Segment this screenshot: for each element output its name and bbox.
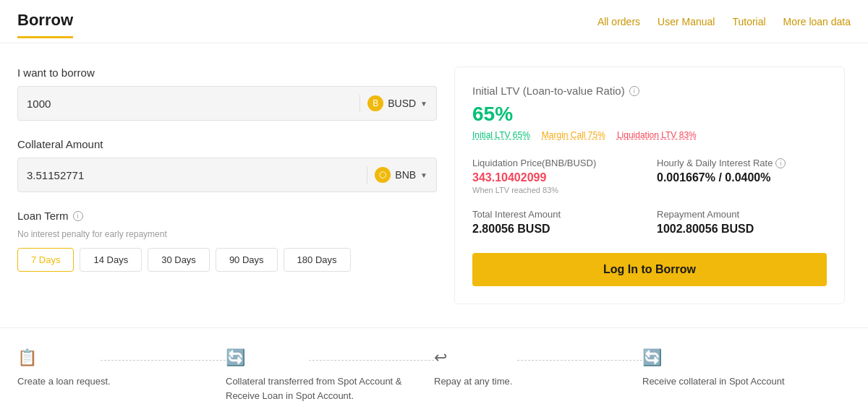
- step-1: 📋 Create a loan request.: [17, 348, 226, 403]
- step-2: 🔄 Collateral transferred from Spot Accou…: [226, 348, 434, 403]
- repayment-value: 1002.80056 BUSD: [657, 223, 827, 236]
- divider: [359, 95, 360, 112]
- loan-term-label-row: Loan Term i: [17, 210, 437, 222]
- bnb-icon: ⬡: [375, 167, 391, 183]
- borrow-amount-input[interactable]: [27, 98, 352, 110]
- interest-rate-value: 0.001667% / 0.0400%: [657, 171, 827, 184]
- day-btn-14[interactable]: 14 Days: [80, 248, 142, 272]
- collateral-amount-input[interactable]: [27, 169, 359, 181]
- repayment-item: Repayment Amount 1002.80056 BUSD: [657, 209, 827, 236]
- step-1-icon: 📋: [17, 348, 37, 367]
- loan-term-section: Loan Term i No interest penalty for earl…: [17, 210, 437, 272]
- borrow-label: I want to borrow: [17, 66, 437, 79]
- collateral-currency-chevron: ▼: [420, 171, 427, 179]
- liquidation-price-sub: When LTV reached 83%: [472, 186, 642, 194]
- ltv-liquidation: Liquidation LTV 83%: [617, 130, 697, 140]
- step-3: ↩ Repay at any time.: [434, 348, 642, 403]
- info-grid: Liquidation Price(BNB/BUSD) 343.10402099…: [472, 158, 827, 236]
- ltv-info-icon[interactable]: i: [629, 86, 639, 96]
- nav-user-manual[interactable]: User Manual: [658, 16, 715, 27]
- step-4-icon: 🔄: [642, 348, 662, 367]
- day-buttons: 7 Days 14 Days 30 Days 90 Days 180 Days: [17, 248, 437, 272]
- ltv-margin: Margin Call 75%: [542, 130, 605, 140]
- borrow-currency-chevron: ▼: [420, 100, 427, 108]
- collateral-currency-label: BNB: [395, 169, 416, 181]
- page-title: Borrow: [17, 11, 73, 33]
- borrow-amount-row: B BUSD ▼: [17, 86, 437, 121]
- borrow-currency-selector[interactable]: B BUSD ▼: [367, 95, 427, 111]
- ltv-title-row: Initial LTV (Loan-to-value Ratio) i: [472, 85, 827, 97]
- divider2: [367, 166, 367, 184]
- nav-more-loan-data[interactable]: More loan data: [783, 16, 851, 27]
- total-interest-label: Total Interest Amount: [472, 209, 642, 220]
- ltv-initial: Initial LTV 65%: [472, 130, 530, 140]
- total-interest-value: 2.80056 BUSD: [472, 223, 642, 236]
- step-4: 🔄 Receive collateral in Spot Account: [642, 348, 851, 403]
- nav-links: All orders User Manual Tutorial More loa…: [597, 16, 851, 27]
- nav-all-orders[interactable]: All orders: [597, 16, 640, 27]
- ltv-levels: Initial LTV 65% Margin Call 75% Liquidat…: [472, 130, 827, 140]
- day-btn-90[interactable]: 90 Days: [216, 248, 278, 272]
- borrow-currency-label: BUSD: [388, 98, 416, 109]
- liquidation-price-value: 343.10402099: [472, 171, 642, 184]
- ltv-title-text: Initial LTV (Loan-to-value Ratio): [472, 85, 625, 97]
- step-2-icon: 🔄: [226, 348, 245, 367]
- collateral-amount-row: ⬡ BNB ▼: [17, 158, 437, 192]
- liquidation-price-item: Liquidation Price(BNB/BUSD) 343.10402099…: [472, 158, 642, 194]
- steps-bar: 📋 Create a loan request. 🔄 Collateral tr…: [0, 327, 868, 404]
- interest-rate-info-icon[interactable]: i: [775, 158, 786, 168]
- total-interest-item: Total Interest Amount 2.80056 BUSD: [472, 209, 642, 236]
- right-panel: Initial LTV (Loan-to-value Ratio) i 65% …: [454, 66, 845, 304]
- nav-tutorial[interactable]: Tutorial: [732, 16, 765, 27]
- step-1-text: Create a loan request.: [17, 374, 111, 389]
- top-bar: Borrow All orders User Manual Tutorial M…: [0, 0, 868, 43]
- repayment-label: Repayment Amount: [657, 209, 827, 220]
- day-btn-30[interactable]: 30 Days: [148, 248, 210, 272]
- busd-icon: B: [367, 95, 383, 111]
- day-btn-7[interactable]: 7 Days: [17, 248, 74, 272]
- interest-rate-item: Hourly & Daily Interest Rate i 0.001667%…: [657, 158, 827, 194]
- ltv-percent: 65%: [472, 103, 827, 126]
- step-4-text: Receive collateral in Spot Account: [642, 374, 785, 389]
- interest-rate-label: Hourly & Daily Interest Rate i: [657, 158, 827, 168]
- log-in-to-borrow-button[interactable]: Log In to Borrow: [472, 253, 827, 286]
- day-btn-180[interactable]: 180 Days: [284, 248, 351, 272]
- collateral-label: Collateral Amount: [17, 138, 437, 150]
- main-content: I want to borrow B BUSD ▼ Collateral Amo…: [0, 43, 868, 327]
- no-penalty-text: No interest penalty for early repayment: [17, 229, 437, 239]
- loan-term-info-icon[interactable]: i: [73, 211, 83, 221]
- liquidation-price-label: Liquidation Price(BNB/BUSD): [472, 158, 642, 168]
- collateral-currency-selector[interactable]: ⬡ BNB ▼: [375, 167, 427, 183]
- loan-term-label: Loan Term: [17, 210, 69, 222]
- step-2-text: Collateral transferred from Spot Account…: [226, 374, 422, 403]
- step-3-icon: ↩: [434, 348, 447, 367]
- step-3-text: Repay at any time.: [434, 374, 512, 389]
- left-panel: I want to borrow B BUSD ▼ Collateral Amo…: [17, 66, 437, 304]
